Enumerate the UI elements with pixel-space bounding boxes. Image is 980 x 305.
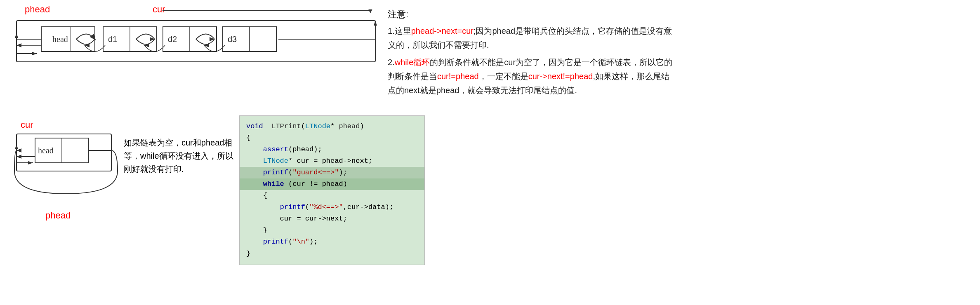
svg-marker-33 — [28, 161, 33, 164]
svg-marker-27 — [16, 43, 21, 47]
code-line-7: { — [246, 190, 418, 202]
svg-marker-21 — [374, 21, 377, 26]
notes-title: 注意: — [388, 8, 676, 21]
code-line-5: printf("guard<==>"); — [240, 167, 424, 178]
code-line-2: { — [246, 132, 418, 144]
cur-arrow-line — [163, 10, 369, 11]
code-line-4: LTNode* cur = phead->next; — [246, 155, 418, 167]
phead-label-top: phead — [25, 4, 50, 15]
chain-svg-top: head d1 d2 d3 — [12, 16, 384, 74]
code-line-1: void LTPrint(LTNode* phead) — [246, 121, 418, 132]
svg-marker-31 — [15, 144, 18, 149]
code-block: void LTPrint(LTNode* phead) { assert(phe… — [239, 115, 425, 265]
code-line-11: printf("\n"); — [246, 236, 418, 248]
svg-text:d1: d1 — [108, 35, 117, 44]
code-line-10: } — [246, 225, 418, 236]
svg-marker-40 — [16, 155, 21, 159]
code-line-8: printf("%d<==>",cur->data); — [246, 202, 418, 213]
cur-arrow-head: ▼ — [367, 7, 374, 15]
phead-label-bottom: phead — [45, 210, 71, 221]
code-line-12: } — [246, 248, 418, 260]
notes-content: 1.这里phead->next=cur;因为phead是带哨兵位的头结点，它存储… — [388, 24, 676, 97]
code-line-9: cur = cur->next; — [246, 213, 418, 225]
svg-marker-4 — [32, 52, 37, 55]
code-line-3: assert(phead); — [246, 144, 418, 155]
notes-panel: 注意: 1.这里phead->next=cur;因为phead是带哨兵位的头结点… — [388, 8, 676, 97]
svg-marker-2 — [15, 33, 18, 38]
svg-text:head: head — [52, 35, 68, 44]
cur-label-bottom: cur — [21, 120, 33, 130]
svg-text:d2: d2 — [168, 35, 177, 44]
notes-point-2: 2.while循环的判断条件就不能是cur为空了，因为它是一个循环链表，所以它的… — [388, 55, 676, 97]
notes-point-1: 1.这里phead->next=cur;因为phead是带哨兵位的头结点，它存储… — [388, 24, 676, 52]
svg-text:head: head — [38, 146, 54, 155]
svg-text:d3: d3 — [228, 35, 237, 44]
bottom-description: 如果链表为空，cur和phead相等，while循环没有进入，所以刚好就没有打印… — [124, 136, 235, 176]
code-line-6: while (cur != phead) — [240, 178, 424, 190]
cur-label-top: cur — [153, 4, 165, 15]
chain-svg-bottom: head — [12, 130, 120, 212]
